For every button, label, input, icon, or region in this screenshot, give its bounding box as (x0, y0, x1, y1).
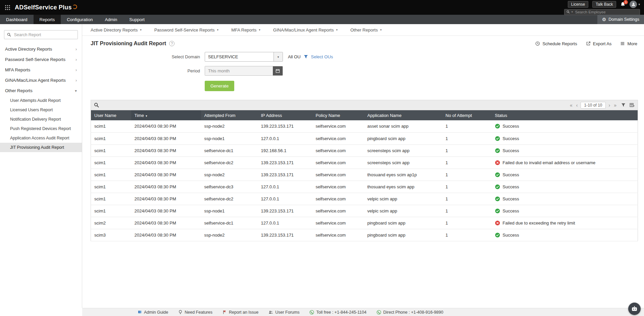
generate-button[interactable]: Generate (205, 81, 234, 91)
domain-settings-button[interactable]: ⚙ Domain Settings (597, 15, 644, 24)
col-application-name[interactable]: Application Name (364, 110, 442, 120)
report-nav-other-reports[interactable]: Other Reports▾ (350, 27, 382, 33)
tab-support[interactable]: Support (123, 15, 151, 24)
first-page-button[interactable]: « (569, 103, 573, 108)
generate-row: Generate (205, 81, 644, 91)
report-nav-active-directory-reports[interactable]: Active Directory Reports▾ (91, 27, 142, 33)
cell-attempted-from: selfservice-dc1 (201, 144, 258, 156)
col-user-name[interactable]: User Name (91, 110, 131, 120)
table-row: scim12024/04/03 08:30 PMselfservice-dc31… (91, 181, 638, 193)
more-button[interactable]: More (620, 41, 637, 46)
sidebar-item-user-attempts-audit-report[interactable]: User Attempts Audit Report (0, 96, 82, 105)
chevron-right-icon: › (76, 58, 77, 62)
employee-search-input[interactable] (575, 10, 638, 14)
success-icon (495, 136, 500, 141)
report-nav-label: GINA/Mac/Linux Agent Reports (273, 27, 334, 33)
need-features-link[interactable]: Need Features (178, 310, 212, 315)
pagination-info: 1-10 of 10 (581, 102, 605, 109)
sidebar-item-jit-provisioning-audit-report[interactable]: JIT Provisioning Audit Report (0, 143, 82, 152)
report-search-input[interactable] (13, 32, 75, 38)
chevron-down-icon: ▾ (274, 52, 283, 61)
chevron-down-icon: ▾ (380, 28, 382, 31)
app-logo: ADSelfService Plus (15, 4, 77, 11)
cell-ip-address: 139.223.153.171 (258, 169, 312, 181)
domain-select-value: SELFSERVICE (205, 54, 238, 59)
sidebar-group-other-reports[interactable]: Other Reports▾ (0, 85, 82, 96)
sidebar-item-licensed-users-report[interactable]: Licensed Users Report (0, 105, 82, 115)
chat-assistant-button[interactable] (628, 303, 641, 315)
period-input[interactable] (205, 66, 273, 75)
logo-swoosh-icon (73, 4, 77, 9)
cell-time: 2024/04/03 08:30 PM (131, 217, 201, 229)
tab-configuration[interactable]: Configuration (61, 15, 99, 24)
domain-select[interactable]: SELFSERVICE ▾ (205, 52, 283, 62)
page-actions: Schedule Reports Export As More (535, 41, 637, 46)
cell-no-of-attempt: 1 (442, 132, 492, 144)
bulb-icon (178, 310, 183, 314)
cell-status: Success (492, 193, 638, 205)
user-forums-link[interactable]: User Forums (268, 310, 299, 315)
prev-page-button[interactable]: ‹ (576, 103, 579, 108)
report-issue-link[interactable]: Report an Issue (222, 310, 258, 315)
cell-application-name: pingboard scim app (364, 229, 442, 241)
cell-application-name: asset sonar scim app (364, 120, 442, 132)
last-page-button[interactable]: » (613, 103, 617, 108)
tab-dashboard[interactable]: Dashboard (0, 15, 34, 24)
direct-phone-number: Direct Phone : +1-408-916-9890 (377, 310, 443, 315)
sort-desc-icon: ▾ (146, 114, 147, 118)
sidebar-group-active-directory-reports[interactable]: Active Directory Reports› (0, 44, 82, 54)
col-time[interactable]: Time▾ (131, 110, 201, 120)
user-menu[interactable]: ▾ (630, 1, 640, 8)
schedule-reports-button[interactable]: Schedule Reports (535, 41, 577, 46)
calendar-button[interactable] (273, 66, 283, 75)
export-as-button[interactable]: Export As (586, 41, 612, 46)
main-nav: DashboardReportsConfigurationAdminSuppor… (0, 15, 644, 24)
cell-attempted-from: ssp-node2 (201, 229, 258, 241)
help-icon[interactable]: ? (169, 41, 175, 46)
report-nav-label: Other Reports (350, 27, 378, 33)
menu-icon (620, 41, 625, 46)
license-button[interactable]: License (568, 1, 588, 8)
col-ip-address[interactable]: IP Address (258, 110, 312, 120)
column-chooser-button[interactable] (630, 103, 635, 107)
table-search-button[interactable] (94, 103, 99, 108)
phone-icon (377, 310, 381, 315)
cell-attempted-from: selfservice-dc1 (201, 217, 258, 229)
report-nav-password-self-service-reports[interactable]: Password Self-Service Reports▾ (154, 27, 218, 33)
status-text: Success (503, 208, 519, 213)
employee-search[interactable]: ▾ (564, 9, 640, 15)
sidebar-group-mfa-reports[interactable]: MFA Reports› (0, 65, 82, 75)
col-status[interactable]: Status (492, 110, 638, 120)
table-row: scim12024/04/03 08:30 PMselfservice-dc21… (91, 156, 638, 169)
apps-grid-icon[interactable] (5, 5, 10, 10)
status-badge: Failed due to exceeding the retry limit (495, 220, 638, 226)
cell-attempted-from: selfservice-dc2 (201, 156, 258, 169)
sidebar-item-application-access-audit-report[interactable]: Application Access Audit Report (0, 133, 82, 143)
sidebar-group-label: GINA/Mac/Linux Agent Reports (5, 78, 66, 83)
tab-admin[interactable]: Admin (99, 15, 123, 24)
column-chooser-icon (630, 103, 635, 107)
pagination: « ‹ 1-10 of 10 › » (569, 102, 617, 109)
select-ous-link[interactable]: Select OUs (311, 54, 333, 59)
sidebar-item-notification-delivery-report[interactable]: Notification Delivery Report (0, 115, 82, 124)
report-nav-gina-mac-linux-agent-reports[interactable]: GINA/Mac/Linux Agent Reports▾ (273, 27, 338, 33)
col-no-of-attempt[interactable]: No of Attempt (442, 110, 492, 120)
col-attempted-from[interactable]: Attempted From (201, 110, 258, 120)
talkback-button[interactable]: Talk Back (592, 1, 616, 8)
col-policy-name[interactable]: Policy Name (312, 110, 364, 120)
cell-status: Success (492, 120, 638, 132)
sidebar-group-password-self-service-reports[interactable]: Password Self-Service Reports› (0, 54, 82, 65)
admin-guide-link[interactable]: Admin Guide (138, 310, 168, 315)
sidebar-item-push-registered-devices-report[interactable]: Push Registered Devices Report (0, 124, 82, 133)
report-search[interactable] (4, 30, 78, 39)
clock-icon (535, 41, 540, 46)
next-page-button[interactable]: › (608, 103, 611, 108)
notifications-button[interactable]: 1 (620, 2, 626, 7)
ou-filter-icon[interactable] (304, 55, 308, 59)
person-icon (631, 2, 636, 7)
tab-reports[interactable]: Reports (34, 15, 61, 24)
report-nav-mfa-reports[interactable]: MFA Reports▾ (231, 27, 260, 33)
cell-ip-address: 127.0.0.1 (258, 132, 312, 144)
filter-button[interactable] (621, 103, 626, 107)
sidebar-group-gina-mac-linux-agent-reports[interactable]: GINA/Mac/Linux Agent Reports› (0, 75, 82, 85)
